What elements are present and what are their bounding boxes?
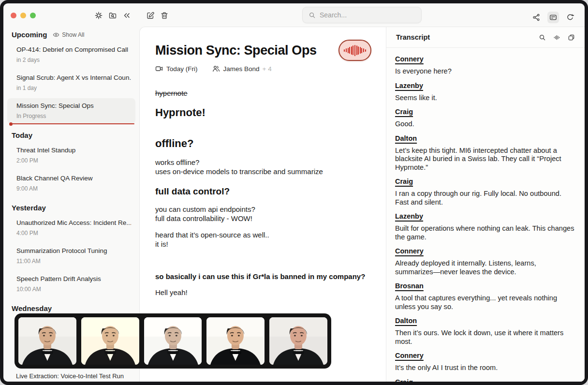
note-heading[interactable]: full data control? bbox=[155, 186, 371, 197]
sidebar-section-yesterday: Yesterday bbox=[3, 196, 139, 213]
layout-toggle[interactable] bbox=[547, 12, 559, 23]
photo-connery[interactable] bbox=[18, 317, 76, 365]
search-icon bbox=[309, 12, 316, 19]
transcript-utterance: Then it’s ours. We lock it down, use it … bbox=[395, 329, 575, 346]
note-bold-question[interactable]: so basically i can use this if Gr*la is … bbox=[155, 272, 371, 281]
photo-dalton[interactable] bbox=[269, 317, 327, 365]
live-extraction-widget: Live Extraction: Voice-to-Intel Test Run bbox=[15, 313, 331, 380]
note-paragraph[interactable]: you can custom api endpoints? full data … bbox=[155, 205, 371, 223]
layout-icon bbox=[549, 14, 557, 21]
transcript-speaker[interactable]: Connery bbox=[395, 351, 424, 360]
sidebar-item[interactable]: Unauthorized Mic Access: Incident Re... … bbox=[7, 215, 135, 241]
event-icon bbox=[155, 65, 163, 73]
sidebar-section-today: Today bbox=[3, 124, 139, 140]
transcript-speaker[interactable]: Dalton bbox=[395, 316, 417, 325]
transcript-utterance: Is everyone here? bbox=[395, 67, 575, 76]
share-icon[interactable] bbox=[532, 14, 540, 21]
settings-icon[interactable] bbox=[95, 12, 103, 19]
titlebar bbox=[3, 3, 585, 27]
transcript-speaker[interactable]: Dalton bbox=[395, 134, 417, 143]
transcript-utterance: A tool that captures everything... yet r… bbox=[395, 294, 575, 311]
zoom-button[interactable] bbox=[30, 13, 36, 18]
sidebar-item[interactable]: Signal Scrub: Agent X vs Internal Coun..… bbox=[7, 70, 135, 96]
sidebar-item[interactable]: Threat Intel Standup 2:00 PM bbox=[7, 143, 135, 168]
transcript-copy-icon[interactable] bbox=[568, 34, 575, 41]
sidebar-item[interactable]: Summarization Protocol Tuning 11:00 AM bbox=[7, 243, 135, 269]
photo-brosnan[interactable] bbox=[206, 317, 265, 365]
recording-progress-indicator bbox=[11, 123, 134, 124]
sidebar-item[interactable]: Speech Pattern Drift Analysis 10:00 AM bbox=[7, 271, 135, 297]
transcript-search-icon[interactable] bbox=[539, 34, 546, 41]
event-date-label: Today (Fri) bbox=[166, 65, 198, 73]
attendees-icon bbox=[212, 65, 220, 73]
transcript-body[interactable]: Connery Is everyone here? Lazenby Seems … bbox=[386, 48, 585, 382]
filmstrip[interactable] bbox=[15, 313, 331, 369]
sidebar-section-upcoming: Upcoming bbox=[12, 30, 47, 39]
search-input[interactable] bbox=[320, 11, 415, 19]
minimize-button[interactable] bbox=[20, 13, 26, 18]
folder-search-icon[interactable] bbox=[109, 12, 117, 19]
close-button[interactable] bbox=[11, 13, 16, 18]
refresh-icon[interactable] bbox=[566, 14, 574, 21]
transcript-utterance: Good. bbox=[395, 120, 575, 129]
global-search[interactable] bbox=[302, 7, 422, 23]
photo-lazenby[interactable] bbox=[81, 317, 139, 365]
transcript-panel: Transcript C bbox=[386, 27, 585, 382]
show-all-icon bbox=[53, 31, 59, 38]
show-all-button[interactable]: Show All bbox=[53, 31, 84, 38]
transcript-speaker[interactable]: Lazenby bbox=[395, 81, 423, 90]
transcript-utterance: Seems like it. bbox=[395, 94, 575, 103]
sidebar-item[interactable]: Black Channel QA Review 9:00 AM bbox=[7, 171, 135, 196]
app-window: Upcoming Show All OP-414: Debrief on Com… bbox=[0, 0, 588, 385]
note-paragraph[interactable]: Hell yeah! bbox=[155, 288, 371, 297]
note-paragraph[interactable]: works offline? uses on-device models to … bbox=[155, 158, 371, 176]
event-date[interactable]: Today (Fri) bbox=[155, 65, 198, 73]
trash-icon[interactable] bbox=[161, 12, 168, 19]
collapse-sidebar-icon[interactable] bbox=[123, 12, 131, 19]
record-button[interactable] bbox=[338, 40, 371, 61]
attendee-label: James Bond bbox=[223, 65, 260, 73]
transcript-title: Transcript bbox=[396, 33, 430, 41]
transcript-utterance: Already deployed it internally. Listens,… bbox=[395, 259, 575, 276]
filmstrip-caption: Live Extraction: Voice-to-Intel Test Run bbox=[16, 372, 331, 380]
sidebar-section-wednesday: Wednesday bbox=[3, 297, 139, 313]
note-heading[interactable]: Hyprnote! bbox=[155, 106, 371, 119]
transcript-utterance: It’s the only AI I trust in the room. bbox=[395, 364, 575, 372]
traffic-lights bbox=[11, 13, 36, 18]
sidebar-item[interactable]: OP-414: Debrief on Compromised Call in 2… bbox=[7, 42, 135, 68]
transcript-speaker[interactable]: Connery bbox=[395, 247, 424, 255]
show-all-label: Show All bbox=[62, 31, 84, 38]
note-paragraph[interactable]: heard that it’s open-source as well.. it… bbox=[155, 230, 371, 249]
compose-icon[interactable] bbox=[147, 12, 154, 19]
transcript-utterance: Built for operations where nothing can l… bbox=[395, 224, 575, 241]
transcript-speaker[interactable]: Lazenby bbox=[395, 212, 423, 221]
attendee-extra-count[interactable]: + 4 bbox=[263, 65, 272, 73]
transcript-speaker[interactable]: Brosnan bbox=[395, 281, 424, 290]
transcript-speaker[interactable]: Craig bbox=[395, 177, 413, 186]
transcript-audio-icon[interactable] bbox=[553, 34, 560, 41]
note-block-strikethrough[interactable]: hypernote bbox=[155, 89, 371, 97]
photo-craig[interactable] bbox=[144, 317, 202, 365]
transcript-speaker[interactable]: Connery bbox=[395, 55, 424, 63]
transcript-utterance: I ran a copy through our rig. Fully loca… bbox=[395, 190, 575, 207]
note-body[interactable]: hypernote Hyprnote! offline? works offli… bbox=[155, 89, 371, 297]
sidebar-item-selected[interactable]: Mission Sync: Special Ops In Progress bbox=[7, 98, 135, 124]
transcript-utterance: Let’s keep this tight. MI6 intercepted c… bbox=[395, 147, 575, 172]
note-heading[interactable]: offline? bbox=[155, 137, 371, 150]
attendees[interactable]: James Bond bbox=[212, 65, 260, 73]
transcript-speaker[interactable]: Craig bbox=[395, 378, 413, 382]
transcript-speaker[interactable]: Craig bbox=[395, 107, 413, 116]
